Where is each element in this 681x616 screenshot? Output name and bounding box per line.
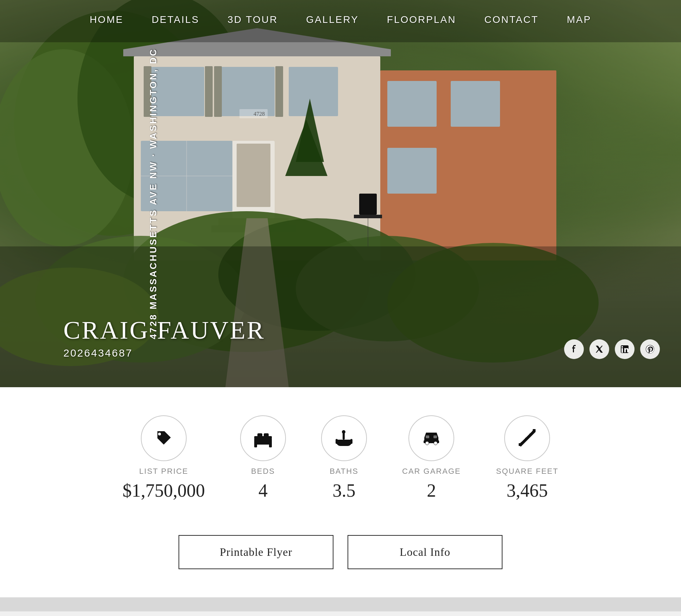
stats-section: LIST PRICE $1,750,000 BEDS 4 xyxy=(0,387,681,521)
svg-rect-52 xyxy=(350,439,352,444)
printable-flyer-button[interactable]: Printable Flyer xyxy=(179,535,333,569)
beds-label: BEDS xyxy=(251,467,275,476)
social-icons xyxy=(564,339,660,359)
svg-rect-45 xyxy=(254,436,272,439)
svg-rect-57 xyxy=(426,435,429,438)
facebook-icon[interactable] xyxy=(564,339,584,359)
nav-contact[interactable]: CONTACT xyxy=(484,14,538,25)
ruler-icon xyxy=(517,428,538,449)
nav-3d-tour[interactable]: 3D TOUR xyxy=(227,14,278,25)
nav-map[interactable]: MAP xyxy=(567,14,592,25)
svg-rect-7 xyxy=(289,67,338,116)
nav-gallery[interactable]: GALLERY xyxy=(306,14,359,25)
hero-section: 4728 HOME DETAILS 3D TOUR GALLERY FLOORP… xyxy=(0,0,681,387)
local-info-button[interactable]: Local Info xyxy=(348,535,502,569)
x-twitter-icon[interactable] xyxy=(589,339,609,359)
car-garage-value: 2 xyxy=(427,482,436,500)
baths-value: 3.5 xyxy=(333,482,356,500)
car-garage-icon-circle xyxy=(408,415,454,461)
stat-list-price: LIST PRICE $1,750,000 xyxy=(123,415,205,500)
list-price-icon-circle xyxy=(141,415,187,461)
svg-rect-47 xyxy=(269,443,272,447)
car-icon xyxy=(421,428,442,449)
buttons-section: Printable Flyer Local Info xyxy=(0,521,681,597)
svg-point-55 xyxy=(425,441,429,445)
square-feet-value: 3,465 xyxy=(507,482,548,500)
svg-rect-10 xyxy=(214,66,222,117)
stat-car-garage: CAR GARAGE 2 xyxy=(402,415,461,500)
svg-text:4728: 4728 xyxy=(254,111,265,117)
main-nav: HOME DETAILS 3D TOUR GALLERY FLOORPLAN C… xyxy=(0,0,681,39)
agent-phone: 2026434687 xyxy=(63,347,265,359)
stat-beds: BEDS 4 xyxy=(240,415,286,500)
bottom-bar xyxy=(0,597,681,611)
agent-info: CRAIG FAUVER 2026434687 xyxy=(63,316,265,359)
svg-rect-53 xyxy=(336,439,338,444)
list-price-label: LIST PRICE xyxy=(139,467,188,476)
svg-rect-23 xyxy=(387,148,437,194)
svg-rect-35 xyxy=(359,194,377,215)
square-feet-label: SQUARE FEET xyxy=(496,467,558,476)
svg-rect-9 xyxy=(205,66,213,117)
svg-rect-58 xyxy=(433,435,437,438)
svg-rect-36 xyxy=(354,215,382,218)
list-price-value: $1,750,000 xyxy=(123,482,205,500)
svg-rect-60 xyxy=(533,429,536,432)
stat-baths: BATHS 3.5 xyxy=(321,415,367,500)
svg-rect-22 xyxy=(451,81,500,127)
beds-icon-circle xyxy=(240,415,286,461)
nav-floorplan[interactable]: FLOORPLAN xyxy=(387,14,456,25)
linkedin-icon[interactable] xyxy=(615,339,635,359)
nav-home[interactable]: HOME xyxy=(90,14,124,25)
car-garage-label: CAR GARAGE xyxy=(402,467,461,476)
bath-icon xyxy=(333,428,355,449)
stat-square-feet: SQUARE FEET 3,465 xyxy=(496,415,558,500)
baths-icon-circle xyxy=(321,415,367,461)
svg-rect-59 xyxy=(519,443,521,446)
bed-icon xyxy=(252,428,274,449)
svg-point-51 xyxy=(342,430,345,434)
svg-rect-41 xyxy=(621,348,623,353)
svg-point-56 xyxy=(434,441,437,445)
svg-rect-46 xyxy=(254,443,257,447)
svg-rect-11 xyxy=(275,66,283,117)
svg-point-42 xyxy=(621,346,623,347)
square-feet-icon-circle xyxy=(504,415,550,461)
nav-details[interactable]: DETAILS xyxy=(152,14,200,25)
agent-name: CRAIG FAUVER xyxy=(63,316,265,344)
beds-value: 4 xyxy=(258,482,268,500)
baths-label: BATHS xyxy=(330,467,358,476)
svg-rect-21 xyxy=(387,81,437,127)
vertical-address: 4728 MASSACHUSETTS AVE NW · WASHINGTON, … xyxy=(148,48,159,339)
tag-icon xyxy=(153,428,174,449)
pinterest-icon[interactable] xyxy=(640,339,660,359)
svg-rect-6 xyxy=(218,67,275,116)
svg-rect-48 xyxy=(257,433,262,438)
svg-rect-17 xyxy=(237,144,270,207)
svg-rect-49 xyxy=(264,433,269,438)
